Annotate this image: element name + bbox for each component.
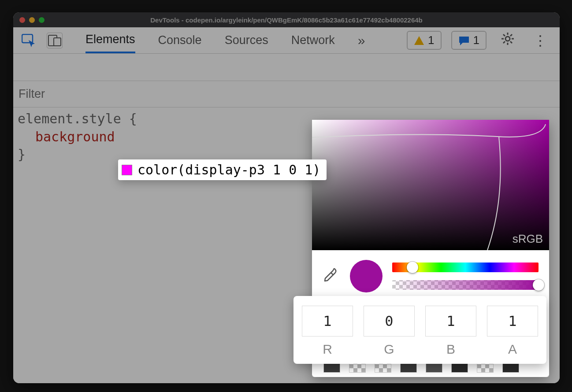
color-field[interactable]: sRGB <box>312 120 549 250</box>
gamut-label: sRGB <box>513 232 543 246</box>
alpha-thumb[interactable] <box>533 279 544 291</box>
messages-badge[interactable]: 1 <box>451 31 487 50</box>
window-minimize-button[interactable] <box>29 17 35 23</box>
inspect-icon[interactable] <box>21 33 37 48</box>
channel-r-input[interactable] <box>302 306 353 337</box>
channel-g-input[interactable] <box>364 306 415 337</box>
channel-a-input[interactable] <box>487 306 538 337</box>
kebab-menu-icon[interactable]: ⋮ <box>529 32 552 49</box>
color-value-popup[interactable]: color(display-p3 1 0 1) <box>118 159 327 180</box>
svg-line-11 <box>510 34 512 36</box>
svg-point-3 <box>505 37 510 41</box>
channel-r-label: R <box>323 342 332 357</box>
svg-rect-2 <box>54 38 61 46</box>
gamut-boundary <box>312 120 549 250</box>
channel-b-input[interactable] <box>425 306 476 337</box>
more-tabs-icon[interactable]: » <box>358 33 365 48</box>
window-title: DevTools - codepen.io/argyleink/pen/QWBg… <box>13 16 560 24</box>
hue-slider[interactable] <box>392 263 539 272</box>
traffic-lights <box>19 17 45 23</box>
color-swatch-icon[interactable] <box>122 165 132 175</box>
tab-network[interactable]: Network <box>291 27 335 53</box>
tab-elements[interactable]: Elements <box>85 27 135 53</box>
svg-line-8 <box>503 34 505 36</box>
window-maximize-button[interactable] <box>39 17 45 23</box>
settings-icon[interactable] <box>496 32 519 49</box>
alpha-slider[interactable] <box>392 280 539 290</box>
channel-b-label: B <box>446 342 455 357</box>
svg-line-9 <box>510 41 512 43</box>
tab-sources[interactable]: Sources <box>225 27 268 53</box>
picker-controls <box>312 250 549 296</box>
filter-input[interactable] <box>19 87 167 101</box>
rgba-popup: R G B A <box>293 296 546 364</box>
filter-row <box>13 81 560 107</box>
warnings-badge[interactable]: 1 <box>407 31 441 50</box>
tab-console[interactable]: Console <box>158 27 202 53</box>
warnings-count: 1 <box>428 33 434 47</box>
color-picker: sRGB <box>312 120 549 377</box>
devtools-toolbar: Elements Console Sources Network » 1 1 ⋮ <box>13 27 560 54</box>
panel-tabs: Elements Console Sources Network <box>85 27 335 53</box>
messages-count: 1 <box>473 33 479 47</box>
window-close-button[interactable] <box>19 17 25 23</box>
current-color-swatch <box>350 260 383 292</box>
eyedropper-icon[interactable] <box>323 267 340 285</box>
hue-thumb[interactable] <box>407 262 418 273</box>
titlebar: DevTools - codepen.io/argyleink/pen/QWBg… <box>13 12 560 27</box>
device-toolbar-icon[interactable] <box>47 33 63 48</box>
color-value-text[interactable]: color(display-p3 1 0 1) <box>137 162 320 178</box>
devtools-window: DevTools - codepen.io/argyleink/pen/QWBg… <box>13 12 560 383</box>
panel-body: element.style { background } sRGB <box>13 54 560 383</box>
subtoolbar <box>13 54 560 81</box>
channel-g-label: G <box>384 342 394 357</box>
channel-a-label: A <box>508 342 517 357</box>
svg-line-10 <box>503 41 505 43</box>
